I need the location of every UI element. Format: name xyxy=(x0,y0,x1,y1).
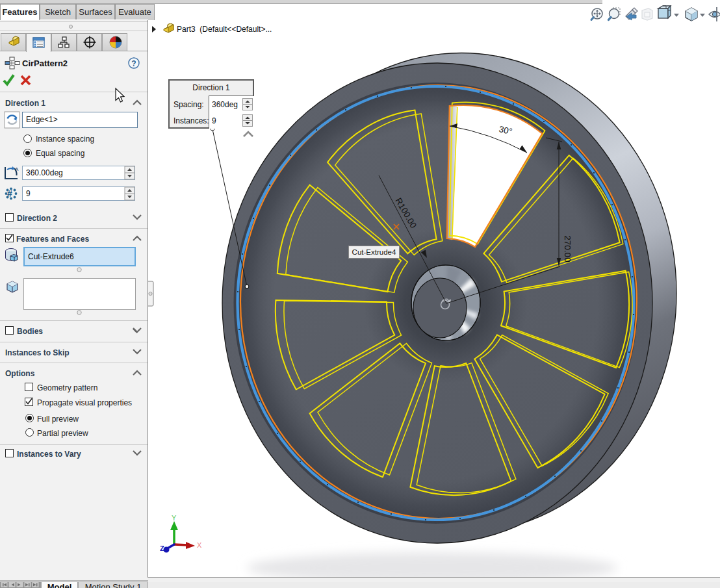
svg-text:270.00: 270.00 xyxy=(563,235,572,262)
svg-text:X: X xyxy=(197,541,202,549)
svg-text:#: # xyxy=(7,188,12,199)
svg-text:A: A xyxy=(15,166,19,172)
svg-text:Z: Z xyxy=(160,544,164,552)
svg-text:Y: Y xyxy=(172,514,177,522)
svg-text:?: ? xyxy=(131,59,136,68)
